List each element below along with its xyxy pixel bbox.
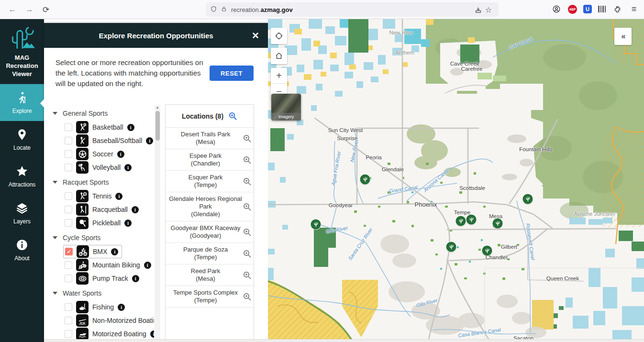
- bitwarden-icon[interactable]: U: [583, 5, 592, 13]
- back-icon[interactable]: ←: [7, 4, 18, 15]
- category-item[interactable]: Mountain Bikingi: [63, 258, 154, 272]
- checkbox[interactable]: [65, 275, 72, 282]
- category-item[interactable]: Pickleballi: [63, 216, 135, 230]
- category-item[interactable]: ✓BMXi: [63, 245, 122, 258]
- category-item[interactable]: Pump Tracki: [63, 272, 143, 285]
- checkbox[interactable]: [65, 261, 72, 269]
- extensions-puzzle-icon[interactable]: [612, 4, 622, 14]
- category-item[interactable]: Non-Motorized Boatingi: [63, 314, 154, 327]
- zoom-to-location-icon[interactable]: [243, 249, 252, 258]
- location-marker[interactable]: [456, 216, 466, 226]
- zoom-to-location-icon[interactable]: [243, 155, 252, 165]
- category-item[interactable]: Basketballi: [63, 121, 138, 134]
- location-row[interactable]: Espee Park(Chandler): [166, 149, 254, 171]
- sidebar-item-locate[interactable]: Locate: [0, 121, 44, 158]
- close-icon[interactable]: ✕: [250, 30, 261, 41]
- menu-icon[interactable]: ≡: [629, 4, 639, 14]
- category-item[interactable]: Socceri: [63, 147, 128, 161]
- checkbox[interactable]: [65, 123, 72, 131]
- category-header-0[interactable]: General Sports: [53, 110, 154, 117]
- zoom-to-location-icon[interactable]: [243, 292, 252, 301]
- url-bar[interactable]: recreation.azmag.gov ☆: [206, 2, 499, 17]
- info-icon[interactable]: i: [111, 248, 118, 255]
- reset-button[interactable]: RESET: [210, 66, 254, 81]
- info-icon[interactable]: i: [124, 220, 132, 227]
- checkbox[interactable]: [65, 330, 72, 338]
- location-marker[interactable]: [360, 175, 370, 185]
- location-row[interactable]: Desert Trails Park(Mesa): [166, 128, 254, 149]
- category-item[interactable]: Motorized Boatingi: [63, 327, 154, 341]
- scrollbar-thumb[interactable]: [155, 111, 160, 141]
- account-icon[interactable]: [551, 4, 562, 14]
- basemap-toggle[interactable]: Imagery: [271, 94, 301, 121]
- location-row[interactable]: Reed Park(Mesa): [166, 265, 254, 286]
- info-icon[interactable]: i: [117, 151, 124, 158]
- info-icon[interactable]: i: [132, 206, 139, 213]
- map-canvas[interactable]: Sun City WestSurprisePeoriaGlendalePhoen…: [268, 19, 644, 342]
- category-item[interactable]: Racquetballi: [63, 203, 142, 216]
- forward-icon[interactable]: →: [23, 4, 35, 15]
- info-icon[interactable]: i: [115, 193, 122, 200]
- info-icon[interactable]: i: [127, 124, 134, 131]
- zoom-all-icon[interactable]: [228, 111, 237, 121]
- checkbox[interactable]: [65, 206, 72, 213]
- zoom-to-location-icon[interactable]: [243, 228, 252, 237]
- bookmark-star-icon[interactable]: ☆: [483, 4, 494, 15]
- collapse-panel-button[interactable]: «: [614, 28, 632, 45]
- location-marker[interactable]: [311, 220, 321, 230]
- location-row[interactable]: Glendale Heroes Regional Park(Glendale): [166, 192, 254, 221]
- zoom-to-location-icon[interactable]: [243, 134, 252, 143]
- info-icon[interactable]: i: [124, 164, 132, 171]
- zoom-to-location-icon[interactable]: [243, 271, 252, 280]
- category-item[interactable]: Fishingi: [63, 300, 128, 314]
- info-icon[interactable]: i: [146, 137, 153, 144]
- bars-extension-icon[interactable]: [598, 6, 606, 12]
- location-row[interactable]: Goodyear BMX Raceway(Goodyear): [166, 221, 254, 243]
- location-marker[interactable]: [482, 246, 492, 256]
- scrollbar-up-arrow[interactable]: ▲: [155, 105, 160, 110]
- find-my-location-button[interactable]: [271, 28, 287, 44]
- location-row[interactable]: Esquer Park(Tempe): [166, 171, 254, 192]
- category-scrollbar[interactable]: ▲: [155, 105, 160, 342]
- location-row[interactable]: Tempe Sports Complex(Tempe): [166, 286, 254, 308]
- zoom-in-button[interactable]: +: [271, 68, 287, 84]
- info-icon[interactable]: i: [144, 262, 151, 269]
- info-icon[interactable]: i: [150, 331, 154, 338]
- info-icon[interactable]: i: [118, 304, 125, 311]
- category-header-2[interactable]: Cycle Sports: [53, 234, 154, 242]
- checkbox[interactable]: [65, 219, 72, 227]
- location-row[interactable]: Parque de Soza(Tempe): [166, 243, 254, 265]
- soccer-icon: [76, 148, 89, 160]
- sidebar-item-about[interactable]: About: [0, 232, 44, 268]
- location-marker[interactable]: [523, 194, 533, 204]
- category-header-1[interactable]: Racquet Sports: [53, 178, 154, 186]
- reload-icon[interactable]: ⟳: [40, 4, 52, 15]
- panel-pointer: [40, 99, 44, 108]
- checkbox[interactable]: [65, 317, 72, 324]
- info-icon[interactable]: i: [132, 275, 139, 282]
- adblock-icon[interactable]: ABP: [568, 5, 577, 14]
- checkbox[interactable]: [65, 137, 72, 144]
- checkbox[interactable]: [65, 150, 72, 158]
- sidebar-item-explore[interactable]: Explore: [0, 84, 44, 121]
- fishing-icon: [76, 301, 89, 313]
- zoom-to-location-icon[interactable]: [243, 202, 252, 211]
- page-bottom-scrollbar[interactable]: [44, 339, 644, 342]
- location-marker[interactable]: [446, 242, 456, 252]
- checkbox[interactable]: [65, 303, 72, 311]
- location-marker[interactable]: [493, 219, 503, 229]
- category-item[interactable]: Baseball/Softballi: [63, 134, 154, 147]
- category-item[interactable]: Volleyballi: [63, 161, 135, 174]
- location-marker[interactable]: [466, 215, 477, 225]
- cactus-marker-icon: [458, 217, 464, 225]
- sidebar-item-layers[interactable]: Layers: [0, 195, 44, 232]
- checkbox[interactable]: [65, 164, 72, 171]
- sidebar-item-attractions[interactable]: Attractions: [0, 158, 44, 195]
- home-button[interactable]: [271, 48, 287, 64]
- zoom-to-location-icon[interactable]: [243, 177, 252, 186]
- category-header-3[interactable]: Water Sports: [53, 289, 154, 297]
- checkbox[interactable]: [65, 192, 72, 200]
- category-item[interactable]: Tennisi: [63, 189, 126, 203]
- checkbox[interactable]: ✓: [65, 248, 73, 255]
- download-icon[interactable]: [473, 4, 483, 15]
